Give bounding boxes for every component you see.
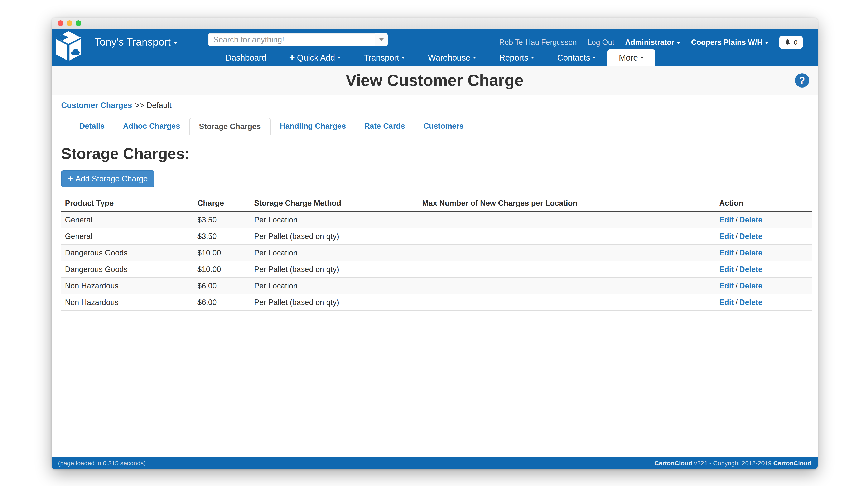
app-footer: (page loaded in 0.215 seconds) CartonClo… [52, 457, 817, 469]
user-name: Rob Te-Hau Fergusson [499, 38, 577, 47]
table-header-row: Product Type Charge Storage Charge Metho… [61, 196, 812, 211]
add-storage-charge-label: Add Storage Charge [75, 174, 148, 183]
nav-contacts[interactable]: Contacts [546, 50, 608, 66]
edit-link[interactable]: Edit [719, 249, 734, 257]
global-search [208, 33, 388, 46]
caret-down-icon [765, 42, 768, 44]
cell-action: Edit/Delete [715, 245, 812, 261]
edit-link[interactable]: Edit [719, 282, 734, 290]
close-window-button[interactable] [58, 21, 63, 26]
caret-down-icon [173, 41, 177, 44]
nav-label: Contacts [557, 53, 590, 62]
cell-method: Per Pallet (based on qty) [250, 261, 418, 278]
col-action: Action [715, 196, 812, 211]
nav-label: Transport [364, 53, 399, 62]
edit-link[interactable]: Edit [719, 232, 734, 240]
cell-max-new-charges [418, 211, 715, 228]
edit-link[interactable]: Edit [719, 265, 734, 274]
tab-storage-charges[interactable]: Storage Charges [189, 118, 271, 135]
minimize-window-button[interactable] [67, 21, 72, 26]
page-title: View Customer Charge [52, 66, 817, 95]
nav-dashboard[interactable]: Dashboard [214, 50, 278, 66]
cell-max-new-charges [418, 245, 715, 261]
tab-handling-charges[interactable]: Handling Charges [271, 118, 355, 135]
user-area: Rob Te-Hau Fergusson Log Out Administrat… [499, 36, 803, 49]
window-titlebar [52, 18, 817, 29]
action-separator: / [736, 265, 738, 274]
nav-more[interactable]: More [608, 50, 655, 66]
cell-product-type: Dangerous Goods [61, 245, 194, 261]
table-row: General $3.50 Per Location Edit/Delete [61, 211, 812, 228]
cell-method: Per Pallet (based on qty) [250, 294, 418, 311]
delete-link[interactable]: Delete [739, 298, 763, 307]
action-separator: / [736, 216, 738, 224]
footer-version-copyright: v221 - Copyright 2012-2019 [694, 460, 772, 466]
delete-link[interactable]: Delete [739, 232, 763, 240]
delete-link[interactable]: Delete [739, 216, 763, 224]
add-storage-charge-button[interactable]: + Add Storage Charge [61, 170, 154, 187]
cell-max-new-charges [418, 278, 715, 294]
breadcrumb: Customer Charges>>Default [52, 95, 817, 110]
caret-down-icon [338, 57, 341, 59]
delete-link[interactable]: Delete [739, 282, 763, 290]
cell-charge: $3.50 [194, 211, 250, 228]
tab-customers[interactable]: Customers [414, 118, 473, 135]
caret-down-icon [677, 42, 680, 44]
caret-down-icon [640, 57, 644, 59]
nav-label: Dashboard [225, 53, 267, 62]
nav-transport[interactable]: Transport [352, 50, 417, 66]
page-load-time: (page loaded in 0.215 seconds) [58, 460, 146, 467]
warehouse-dropdown[interactable]: Coopers Plains W/H [691, 38, 768, 47]
cell-charge: $6.00 [194, 294, 250, 311]
nav-quick-add[interactable]: + Quick Add [278, 50, 352, 66]
main-nav: Dashboard + Quick Add Transport Warehous… [52, 50, 817, 66]
question-mark-icon: ? [799, 75, 805, 86]
zoom-window-button[interactable] [75, 21, 82, 26]
copyright: CartonCloud v221 - Copyright 2012-2019 C… [654, 460, 811, 467]
nav-label: Warehouse [428, 53, 470, 62]
app-header: Tony's Transport Rob Te-Hau Fergusson Lo… [52, 29, 817, 66]
cell-max-new-charges [418, 228, 715, 245]
tab-adhoc-charges[interactable]: Adhoc Charges [114, 118, 189, 135]
cell-method: Per Location [250, 245, 418, 261]
company-switcher[interactable]: Tony's Transport [95, 36, 177, 48]
search-dropdown-button[interactable] [375, 33, 388, 46]
delete-link[interactable]: Delete [739, 265, 763, 274]
col-charge: Charge [194, 196, 250, 211]
cell-charge: $10.00 [194, 245, 250, 261]
role-dropdown[interactable]: Administrator [625, 38, 680, 47]
help-button[interactable]: ? [795, 73, 809, 87]
tab-rate-cards[interactable]: Rate Cards [355, 118, 414, 135]
role-label: Administrator [625, 38, 674, 47]
caret-down-icon [473, 57, 476, 59]
delete-link[interactable]: Delete [739, 249, 763, 257]
table-row: Dangerous Goods $10.00 Per Pallet (based… [61, 261, 812, 278]
tab-details[interactable]: Details [70, 118, 114, 135]
bell-icon [784, 39, 791, 46]
nav-label: Quick Add [297, 53, 335, 62]
plus-icon: + [289, 52, 295, 63]
caret-down-icon [531, 57, 534, 59]
cell-product-type: General [61, 228, 194, 245]
breadcrumb-customer-charges-link[interactable]: Customer Charges [61, 101, 132, 110]
cell-max-new-charges [418, 294, 715, 311]
caret-down-icon [402, 57, 405, 59]
cell-product-type: General [61, 211, 194, 228]
table-row: Non Hazardous $6.00 Per Location Edit/De… [61, 278, 812, 294]
app-window: Tony's Transport Rob Te-Hau Fergusson Lo… [52, 18, 817, 469]
cell-charge: $10.00 [194, 261, 250, 278]
action-separator: / [736, 282, 738, 290]
table-row: General $3.50 Per Pallet (based on qty) … [61, 228, 812, 245]
edit-link[interactable]: Edit [719, 298, 734, 307]
edit-link[interactable]: Edit [719, 216, 734, 224]
nav-reports[interactable]: Reports [488, 50, 546, 66]
log-out-link[interactable]: Log Out [588, 38, 614, 47]
nav-label: More [619, 53, 638, 62]
cell-method: Per Pallet (based on qty) [250, 228, 418, 245]
notifications-button[interactable]: 0 [779, 36, 803, 49]
search-input[interactable] [208, 33, 375, 46]
cell-max-new-charges [418, 261, 715, 278]
cell-charge: $3.50 [194, 228, 250, 245]
nav-warehouse[interactable]: Warehouse [416, 50, 488, 66]
cell-product-type: Non Hazardous [61, 294, 194, 311]
